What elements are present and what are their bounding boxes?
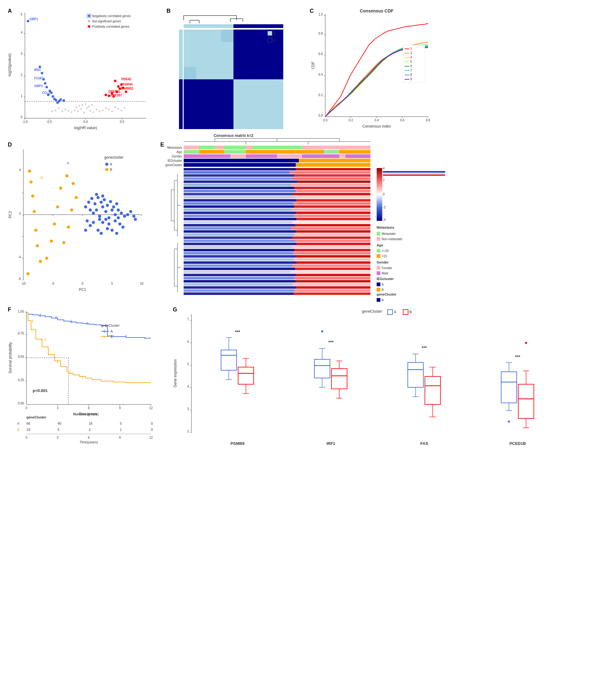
svg-text:PSMB9: PSMB9 <box>231 441 245 446</box>
row-1: A 0 1 2 3 4 5 <box>6 6 596 137</box>
svg-point-96 <box>88 25 90 28</box>
svg-point-220 <box>117 216 120 219</box>
svg-point-221 <box>95 193 98 196</box>
svg-text:0: 0 <box>21 116 22 119</box>
svg-text:-2: -2 <box>383 206 386 209</box>
panel-A-label: A <box>8 8 12 14</box>
svg-point-215 <box>107 222 111 226</box>
consensus-cdf: Consensus CDF 0.0 0.2 0.4 0.6 0.8 1.0 <box>308 6 445 134</box>
svg-text:0: 0 <box>151 422 153 425</box>
svg-point-255 <box>67 226 70 229</box>
svg-rect-290 <box>184 180 297 183</box>
svg-point-200 <box>111 208 114 211</box>
svg-rect-499 <box>221 350 237 370</box>
svg-rect-110 <box>234 29 283 79</box>
svg-rect-363 <box>293 293 370 295</box>
panel-E-label: E <box>160 142 164 148</box>
svg-text:4: 4 <box>21 31 22 34</box>
svg-rect-296 <box>184 190 296 192</box>
row-2: D -8 -4 0 4 <box>6 140 596 302</box>
svg-text:0.75: 0.75 <box>18 332 24 335</box>
svg-point-60 <box>52 95 54 98</box>
svg-point-231 <box>84 229 87 232</box>
svg-point-202 <box>87 201 90 204</box>
svg-text:19: 19 <box>26 428 30 431</box>
svg-text:B: B <box>110 168 112 171</box>
svg-text:geneCluster: geneCluster <box>101 324 120 327</box>
main-container: A 0 1 2 3 4 5 <box>0 0 602 467</box>
svg-point-214 <box>104 218 107 221</box>
svg-text:Age: Age <box>176 150 182 154</box>
svg-text:B: B <box>41 176 43 179</box>
svg-rect-291 <box>297 180 370 183</box>
svg-rect-108 <box>234 24 283 28</box>
svg-point-40 <box>85 103 87 105</box>
svg-rect-345 <box>293 265 370 267</box>
svg-rect-281 <box>296 163 370 167</box>
svg-point-219 <box>114 219 117 222</box>
svg-rect-263 <box>215 146 224 149</box>
svg-rect-288 <box>184 177 293 180</box>
svg-text:5: 5 <box>57 428 59 431</box>
svg-text:66: 66 <box>26 422 30 425</box>
svg-text:genecluster: genecluster <box>104 155 124 159</box>
svg-point-247 <box>50 240 53 243</box>
svg-point-49 <box>54 109 56 111</box>
svg-point-48 <box>57 107 59 109</box>
svg-rect-350 <box>184 274 296 276</box>
svg-text:IEGcluster: IEGcluster <box>167 159 182 162</box>
svg-text:PC1: PC1 <box>79 288 86 292</box>
svg-text:0.00: 0.00 <box>18 402 24 405</box>
svg-point-213 <box>101 221 104 224</box>
svg-rect-305 <box>293 202 370 205</box>
svg-text:A: A <box>382 298 384 302</box>
svg-point-68 <box>39 66 41 68</box>
panel-G: G geneCluster A B 2 3 4 5 6 <box>171 305 596 460</box>
svg-rect-286 <box>184 174 294 177</box>
svg-rect-332 <box>184 246 292 248</box>
svg-text:IEGcluster: IEGcluster <box>377 277 394 281</box>
svg-text:PC2: PC2 <box>8 211 13 218</box>
svg-text:B: B <box>17 428 19 431</box>
svg-rect-329 <box>295 240 370 242</box>
svg-text:0: 0 <box>383 193 385 196</box>
svg-rect-479 <box>388 309 392 315</box>
svg-rect-295 <box>294 187 370 189</box>
svg-point-52 <box>120 109 122 111</box>
svg-text:F13A1: F13A1 <box>34 77 44 80</box>
svg-rect-335 <box>294 249 370 251</box>
svg-rect-387 <box>377 282 380 286</box>
svg-text:geneCluster: geneCluster <box>377 293 396 296</box>
svg-point-47 <box>114 106 116 108</box>
svg-text:0.4: 0.4 <box>375 119 379 122</box>
svg-point-44 <box>105 107 107 109</box>
svg-point-250 <box>59 187 62 190</box>
panel-C: C Consensus CDF 0.0 0.2 0.4 0.6 0.8 1 <box>308 6 448 137</box>
svg-text:5: 5 <box>410 60 412 64</box>
svg-point-546 <box>508 421 510 423</box>
svg-point-94 <box>88 20 90 22</box>
svg-text:geneCluster: geneCluster <box>362 309 382 314</box>
svg-text:A: A <box>111 329 113 333</box>
svg-text:Female: Female <box>382 266 392 270</box>
svg-text:GBP3: GBP3 <box>34 84 43 88</box>
svg-text:-4: -4 <box>18 255 21 259</box>
svg-text:1.00: 1.00 <box>18 310 24 313</box>
panel-D: D -8 -4 0 4 <box>6 140 155 302</box>
svg-text:Gender: Gender <box>377 260 389 264</box>
svg-text:2: 2 <box>383 178 385 182</box>
svg-text:2: 2 <box>410 47 412 50</box>
svg-text:Positively correlated genes: Positively correlated genes <box>92 25 129 28</box>
svg-rect-280 <box>184 163 296 167</box>
consensus-matrix: A B Consensus matrix k=2 <box>165 6 302 134</box>
svg-rect-325 <box>294 233 370 236</box>
svg-rect-301 <box>295 196 370 199</box>
svg-rect-346 <box>184 268 295 270</box>
svg-point-28 <box>83 112 85 114</box>
svg-text:PCED1B: PCED1B <box>509 441 526 446</box>
svg-text:***: *** <box>235 329 240 334</box>
svg-rect-260 <box>184 146 302 149</box>
svg-rect-505 <box>238 367 254 384</box>
svg-point-225 <box>92 221 95 224</box>
svg-rect-297 <box>296 190 370 192</box>
